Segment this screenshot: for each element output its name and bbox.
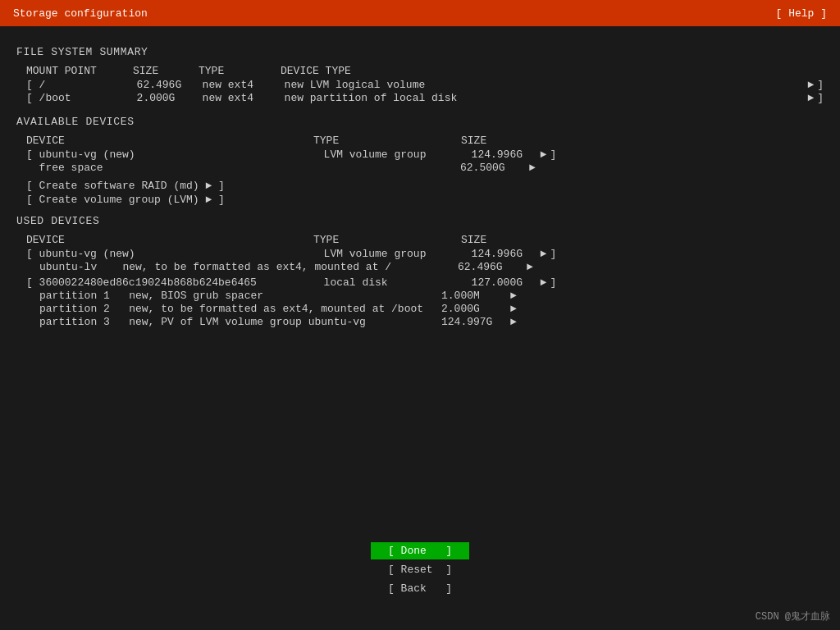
col-size-header: SIZE: [133, 65, 199, 77]
fs-arrow-boot: ►: [807, 92, 814, 104]
used-row-partition2[interactable]: partition 2 new, to be formatted as ext4…: [26, 303, 824, 315]
bracket-open: [: [26, 148, 39, 161]
avail-arrow-free-space: ►: [529, 162, 536, 174]
app-title: Storage configuration: [13, 7, 148, 20]
bracket-close: ]: [550, 148, 556, 161]
fs-size-boot: 2.000G: [137, 92, 203, 104]
used-device-local-disk: 3600022480ed86c19024b868b624be6465: [39, 276, 324, 289]
used-device-ubuntu-lv: ubuntu-lv new, to be formatted as ext4, …: [39, 261, 318, 273]
done-button[interactable]: [ Done ]: [371, 542, 469, 559]
used-col-device-header: DEVICE: [26, 234, 313, 246]
bracket-close: ]: [550, 248, 556, 260]
avail-device-ubuntu-vg: ubuntu-vg (new): [39, 148, 324, 161]
fs-devtype-boot: new partition of local disk: [285, 92, 805, 104]
bracket-open: [: [26, 79, 39, 91]
used-device-partition2: partition 2 new, to be formatted as ext4…: [39, 303, 441, 315]
title-bar: Storage configuration [ Help ]: [0, 0, 840, 26]
used-device-ubuntu-vg: ubuntu-vg (new): [39, 248, 324, 260]
used-row-ubuntu-vg[interactable]: [ ubuntu-vg (new) LVM volume group 124.9…: [26, 248, 824, 260]
fs-size-root: 62.496G: [137, 79, 203, 91]
fs-mountpoint-root: /: [39, 79, 137, 91]
col-type-header: TYPE: [199, 65, 281, 77]
footer-buttons: [ Done ] [ Reset ] [ Back ]: [371, 542, 469, 597]
fs-summary-heading: FILE SYSTEM SUMMARY: [16, 46, 824, 58]
avail-col-size-header: SIZE: [461, 135, 486, 147]
fs-type-root: new ext4: [203, 79, 285, 91]
used-device-partition1: partition 1 new, BIOS grub spacer: [39, 290, 441, 302]
bracket-open: [: [26, 276, 39, 289]
bracket-close: ]: [550, 276, 556, 289]
avail-type-ubuntu-vg: LVM volume group: [324, 148, 472, 161]
used-row-ubuntu-lv[interactable]: ubuntu-lv new, to be formatted as ext4, …: [26, 261, 824, 273]
used-arrow-partition2: ►: [510, 303, 517, 315]
used-size-ubuntu-lv: 62.496G: [458, 261, 523, 273]
reset-button[interactable]: [ Reset ]: [371, 561, 469, 578]
main-content: FILE SYSTEM SUMMARY MOUNT POINT SIZE TYP…: [0, 26, 840, 343]
used-devices-heading: USED DEVICES: [16, 215, 824, 227]
fs-devtype-root: new LVM logical volume: [285, 79, 805, 91]
avail-size-ubuntu-vg: 124.996G: [472, 148, 537, 161]
avail-col-type-header: TYPE: [313, 135, 461, 147]
back-button[interactable]: [ Back ]: [371, 580, 469, 597]
used-arrow-ubuntu-lv: ►: [527, 261, 533, 273]
available-devices-heading: AVAILABLE DEVICES: [16, 116, 824, 128]
avail-row-ubuntu-vg[interactable]: [ ubuntu-vg (new) LVM volume group 124.9…: [26, 148, 824, 161]
used-arrow-partition3: ►: [510, 316, 517, 328]
avail-device-free-space: free space: [26, 162, 313, 174]
used-row-partition1[interactable]: partition 1 new, BIOS grub spacer 1.000M…: [26, 290, 824, 302]
bracket-open: [: [26, 92, 39, 104]
used-arrow-partition1: ►: [510, 290, 517, 302]
used-arrow-local-disk: ►: [541, 276, 547, 289]
used-type-ubuntu-vg: LVM volume group: [324, 248, 472, 260]
help-button[interactable]: [ Help ]: [776, 7, 827, 20]
fs-arrow-root: ►: [807, 79, 814, 91]
used-row-local-disk[interactable]: [ 3600022480ed86c19024b868b624be6465 loc…: [26, 276, 824, 289]
avail-col-device-header: DEVICE: [26, 135, 313, 147]
used-row-partition3[interactable]: partition 3 new, PV of LVM volume group …: [26, 316, 824, 328]
create-volume-group-action[interactable]: [ Create volume group (LVM) ► ]: [26, 193, 824, 207]
bracket-open: [: [26, 248, 39, 260]
fs-type-boot: new ext4: [203, 92, 285, 104]
avail-size-free-space: 62.500G: [460, 162, 526, 174]
used-col-type-header: TYPE: [313, 234, 461, 246]
fs-mountpoint-boot: /boot: [39, 92, 137, 104]
used-size-local-disk: 127.000G: [472, 276, 537, 289]
col-devtype-header: DEVICE TYPE: [281, 65, 351, 77]
bracket-close: ]: [817, 92, 824, 104]
used-size-partition1: 1.000M: [441, 290, 507, 302]
avail-row-free-space[interactable]: free space 62.500G ►: [26, 162, 824, 174]
used-size-partition3: 124.997G: [441, 316, 507, 328]
fs-row-boot[interactable]: [ /boot 2.000G new ext4 new partition of…: [26, 92, 824, 104]
watermark: CSDN @鬼才血脉: [756, 609, 830, 623]
bracket-close: ]: [817, 79, 824, 91]
used-size-ubuntu-vg: 124.996G: [472, 248, 537, 260]
used-col-size-header: SIZE: [461, 234, 486, 246]
avail-arrow-ubuntu-vg: ►: [541, 148, 547, 161]
create-software-raid-action[interactable]: [ Create software RAID (md) ► ]: [26, 179, 824, 193]
col-mountpoint-header: MOUNT POINT: [26, 65, 133, 77]
used-size-partition2: 2.000G: [441, 303, 507, 315]
used-arrow-ubuntu-vg: ►: [541, 248, 547, 260]
used-device-partition3: partition 3 new, PV of LVM volume group …: [39, 316, 441, 328]
fs-row-root[interactable]: [ / 62.496G new ext4 new LVM logical vol…: [26, 79, 824, 91]
used-type-local-disk: local disk: [324, 276, 472, 289]
